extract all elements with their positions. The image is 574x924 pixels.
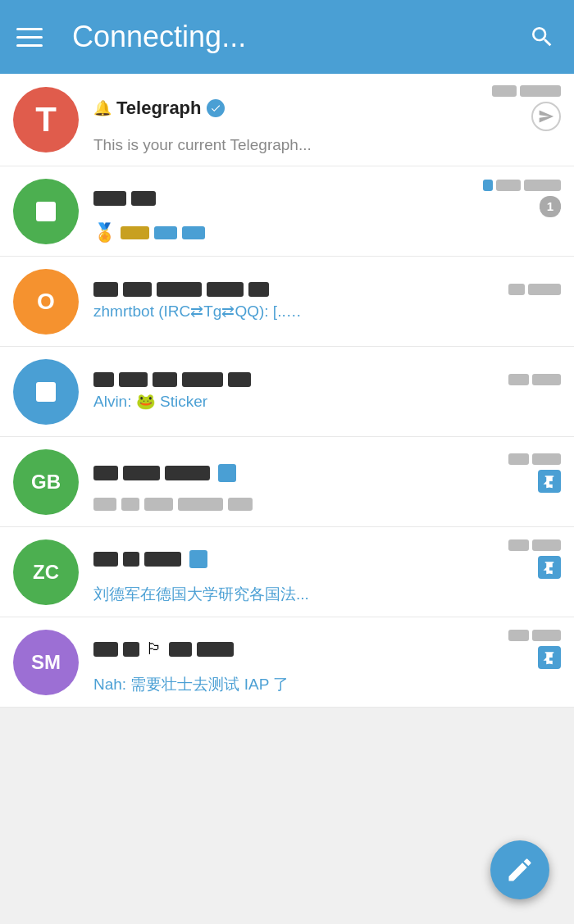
chat-header bbox=[93, 453, 561, 493]
avatar bbox=[13, 359, 79, 425]
pin-icon bbox=[538, 556, 561, 579]
chat-name-row bbox=[93, 191, 475, 206]
chat-item-zc[interactable]: ZC 刘德军在德国大学研 bbox=[0, 527, 574, 617]
chat-preview: Alvin: 🐸 Sticker bbox=[93, 392, 438, 411]
chat-preview-row: 🏅 bbox=[93, 222, 561, 244]
compose-fab[interactable] bbox=[490, 840, 549, 899]
mute-icon: 🔔 bbox=[93, 99, 112, 117]
chat-name-row bbox=[93, 550, 500, 568]
chat-content: 刘德军在德国大学研究各国法... bbox=[93, 539, 561, 605]
chat-content: 1 🏅 bbox=[93, 180, 561, 244]
chat-header bbox=[93, 539, 561, 579]
chat-content: zhmrtbot (IRC⇄Tg⇄QQ): [..… bbox=[93, 282, 561, 321]
chat-preview-row bbox=[93, 498, 561, 511]
chat-preview: Nah: 需要壮士去测试 IAP 了 bbox=[93, 674, 438, 695]
chat-meta bbox=[508, 539, 561, 579]
pin-icon bbox=[538, 646, 561, 669]
chat-preview: zhmrtbot (IRC⇄Tg⇄QQ): [..… bbox=[93, 302, 438, 321]
chat-meta bbox=[508, 374, 561, 385]
pin-icon bbox=[538, 470, 561, 493]
avatar: SM bbox=[13, 630, 79, 695]
send-icon bbox=[531, 102, 561, 131]
chat-item-4[interactable]: Alvin: 🐸 Sticker bbox=[0, 347, 574, 437]
chat-meta bbox=[492, 85, 561, 131]
chat-header: 🏳 bbox=[93, 630, 561, 669]
chat-item-telegraph[interactable]: T 🔔 Telegraph bbox=[0, 74, 574, 166]
chat-meta: 1 bbox=[483, 180, 561, 217]
chat-header: 🔔 Telegraph bbox=[93, 85, 561, 131]
chat-header bbox=[93, 282, 561, 297]
chat-name-row: 🔔 Telegraph bbox=[93, 98, 484, 119]
chat-name-row: 🏳 bbox=[93, 640, 500, 658]
chat-name: Telegraph bbox=[116, 98, 202, 119]
avatar: O bbox=[13, 269, 79, 335]
chat-preview: 刘德军在德国大学研究各国法... bbox=[93, 584, 438, 605]
chat-header: 1 bbox=[93, 180, 561, 217]
search-button[interactable] bbox=[526, 21, 558, 52]
unread-badge: 1 bbox=[540, 196, 561, 217]
menu-button[interactable] bbox=[16, 20, 49, 53]
chat-meta bbox=[508, 453, 561, 493]
chat-name-row bbox=[93, 372, 500, 387]
chat-content: Alvin: 🐸 Sticker bbox=[93, 372, 561, 411]
chat-meta bbox=[508, 284, 561, 295]
chat-item-2[interactable]: 1 🏅 bbox=[0, 166, 574, 257]
avatar: T bbox=[13, 87, 79, 152]
verified-badge bbox=[207, 99, 225, 117]
topbar: Connecting... bbox=[0, 0, 574, 74]
chat-list: T 🔔 Telegraph bbox=[0, 74, 574, 708]
chat-name-row bbox=[93, 282, 500, 297]
chat-item-3[interactable]: O zhmrtbot (IRC⇄Tg⇄QQ): [ bbox=[0, 257, 574, 347]
chat-header bbox=[93, 372, 561, 387]
chat-content bbox=[93, 453, 561, 511]
avatar bbox=[13, 179, 79, 244]
chat-name-row bbox=[93, 464, 500, 482]
avatar: ZC bbox=[13, 539, 79, 605]
chat-item-gb[interactable]: GB bbox=[0, 437, 574, 527]
chat-meta bbox=[508, 630, 561, 669]
chat-preview: This is your current Telegraph... bbox=[93, 136, 438, 154]
avatar: GB bbox=[13, 449, 79, 515]
chat-content: 🏳 Nah: 需要壮士去测试 IAP 了 bbox=[93, 630, 561, 695]
chat-item-sm[interactable]: SM 🏳 bbox=[0, 617, 574, 708]
chat-content: 🔔 Telegraph This is bbox=[93, 85, 561, 154]
topbar-title: Connecting... bbox=[72, 20, 526, 54]
